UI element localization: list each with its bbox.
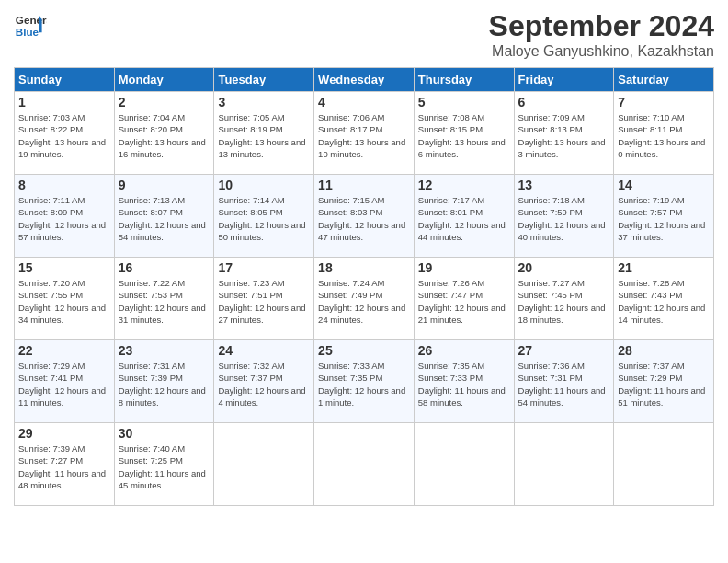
day-info: Sunrise: 7:23 AMSunset: 7:51 PMDaylight:…: [218, 277, 310, 326]
day-info: Sunrise: 7:05 AMSunset: 8:19 PMDaylight:…: [218, 111, 310, 160]
day-info: Sunrise: 7:40 AMSunset: 7:25 PMDaylight:…: [119, 442, 210, 491]
calendar-cell: 3 Sunrise: 7:05 AMSunset: 8:19 PMDayligh…: [214, 92, 314, 175]
page-title: September 2024: [489, 9, 714, 43]
header-tuesday: Tuesday: [214, 68, 314, 92]
day-number: 4: [318, 95, 410, 109]
day-number: 1: [18, 95, 110, 109]
calendar-cell: [214, 423, 314, 506]
calendar-cell: 24 Sunrise: 7:32 AMSunset: 7:37 PMDaylig…: [214, 340, 314, 423]
svg-text:Blue: Blue: [16, 26, 40, 38]
day-info: Sunrise: 7:19 AMSunset: 7:57 PMDaylight:…: [618, 194, 710, 243]
day-info: Sunrise: 7:37 AMSunset: 7:29 PMDaylight:…: [618, 360, 710, 408]
day-number: 24: [218, 343, 310, 358]
calendar-week-3: 15 Sunrise: 7:20 AMSunset: 7:55 PMDaylig…: [15, 258, 714, 340]
day-number: 22: [18, 343, 110, 358]
header-sunday: Sunday: [15, 68, 115, 92]
calendar-cell: 15 Sunrise: 7:20 AMSunset: 7:55 PMDaylig…: [15, 258, 115, 340]
calendar-cell: 25 Sunrise: 7:33 AMSunset: 7:35 PMDaylig…: [314, 340, 415, 423]
calendar-cell: 2 Sunrise: 7:04 AMSunset: 8:20 PMDayligh…: [114, 92, 214, 175]
day-number: 19: [418, 260, 510, 275]
day-info: Sunrise: 7:20 AMSunset: 7:55 PMDaylight:…: [18, 277, 110, 326]
calendar-cell: 8 Sunrise: 7:11 AMSunset: 8:09 PMDayligh…: [15, 175, 115, 258]
calendar-cell: 12 Sunrise: 7:17 AMSunset: 8:01 PMDaylig…: [414, 175, 514, 258]
header-wednesday: Wednesday: [314, 68, 415, 92]
day-number: 18: [318, 260, 410, 275]
day-info: Sunrise: 7:36 AMSunset: 7:31 PMDaylight:…: [518, 360, 610, 408]
day-info: Sunrise: 7:08 AMSunset: 8:15 PMDaylight:…: [418, 111, 510, 160]
day-info: Sunrise: 7:17 AMSunset: 8:01 PMDaylight:…: [418, 194, 510, 243]
day-number: 13: [518, 178, 610, 192]
day-number: 15: [18, 260, 110, 275]
calendar-cell: 19 Sunrise: 7:26 AMSunset: 7:47 PMDaylig…: [414, 258, 514, 340]
day-number: 5: [418, 95, 510, 109]
day-number: 14: [618, 178, 710, 192]
day-number: 8: [18, 178, 110, 192]
day-info: Sunrise: 7:10 AMSunset: 8:11 PMDaylight:…: [618, 111, 710, 160]
day-info: Sunrise: 7:09 AMSunset: 8:13 PMDaylight:…: [518, 111, 610, 160]
calendar-cell: 27 Sunrise: 7:36 AMSunset: 7:31 PMDaylig…: [514, 340, 614, 423]
calendar-cell: 16 Sunrise: 7:22 AMSunset: 7:53 PMDaylig…: [114, 258, 214, 340]
day-number: 21: [618, 260, 710, 275]
calendar-cell: 20 Sunrise: 7:27 AMSunset: 7:45 PMDaylig…: [514, 258, 614, 340]
calendar-cell: 6 Sunrise: 7:09 AMSunset: 8:13 PMDayligh…: [514, 92, 614, 175]
day-info: Sunrise: 7:35 AMSunset: 7:33 PMDaylight:…: [418, 360, 510, 408]
day-number: 28: [618, 343, 710, 358]
calendar-cell: 5 Sunrise: 7:08 AMSunset: 8:15 PMDayligh…: [414, 92, 514, 175]
day-number: 7: [618, 95, 710, 109]
calendar-cell: 30 Sunrise: 7:40 AMSunset: 7:25 PMDaylig…: [114, 423, 214, 506]
calendar-cell: [414, 423, 514, 506]
day-info: Sunrise: 7:22 AMSunset: 7:53 PMDaylight:…: [119, 277, 210, 326]
calendar-week-1: 1 Sunrise: 7:03 AMSunset: 8:22 PMDayligh…: [15, 92, 714, 175]
header-saturday: Saturday: [614, 68, 714, 92]
calendar-cell: [514, 423, 614, 506]
calendar-cell: 9 Sunrise: 7:13 AMSunset: 8:07 PMDayligh…: [114, 175, 214, 258]
calendar-cell: 1 Sunrise: 7:03 AMSunset: 8:22 PMDayligh…: [15, 92, 115, 175]
calendar-cell: 4 Sunrise: 7:06 AMSunset: 8:17 PMDayligh…: [314, 92, 415, 175]
calendar-cell: 11 Sunrise: 7:15 AMSunset: 8:03 PMDaylig…: [314, 175, 415, 258]
calendar-cell: 21 Sunrise: 7:28 AMSunset: 7:43 PMDaylig…: [614, 258, 714, 340]
day-number: 10: [218, 178, 310, 192]
day-number: 2: [119, 95, 210, 109]
day-info: Sunrise: 7:15 AMSunset: 8:03 PMDaylight:…: [318, 194, 410, 243]
calendar-week-2: 8 Sunrise: 7:11 AMSunset: 8:09 PMDayligh…: [15, 175, 714, 258]
day-number: 30: [119, 426, 210, 441]
title-section: September 2024 Maloye Ganyushkino, Kazak…: [489, 9, 714, 60]
day-number: 23: [119, 343, 210, 358]
day-number: 20: [518, 260, 610, 275]
day-info: Sunrise: 7:24 AMSunset: 7:49 PMDaylight:…: [318, 277, 410, 326]
day-number: 29: [18, 426, 110, 441]
day-number: 11: [318, 178, 410, 192]
day-number: 17: [218, 260, 310, 275]
calendar-cell: 22 Sunrise: 7:29 AMSunset: 7:41 PMDaylig…: [15, 340, 115, 423]
day-number: 12: [418, 178, 510, 192]
calendar-cell: 23 Sunrise: 7:31 AMSunset: 7:39 PMDaylig…: [114, 340, 214, 423]
day-number: 25: [318, 343, 410, 358]
day-info: Sunrise: 7:13 AMSunset: 8:07 PMDaylight:…: [119, 194, 210, 243]
calendar-cell: [314, 423, 415, 506]
day-info: Sunrise: 7:27 AMSunset: 7:45 PMDaylight:…: [518, 277, 610, 326]
header-thursday: Thursday: [414, 68, 514, 92]
day-info: Sunrise: 7:31 AMSunset: 7:39 PMDaylight:…: [119, 360, 210, 408]
day-info: Sunrise: 7:33 AMSunset: 7:35 PMDaylight:…: [318, 360, 410, 408]
day-info: Sunrise: 7:32 AMSunset: 7:37 PMDaylight:…: [218, 360, 310, 408]
day-number: 16: [119, 260, 210, 275]
calendar-week-5: 29 Sunrise: 7:39 AMSunset: 7:27 PMDaylig…: [15, 423, 714, 506]
calendar-cell: 7 Sunrise: 7:10 AMSunset: 8:11 PMDayligh…: [614, 92, 714, 175]
day-info: Sunrise: 7:04 AMSunset: 8:20 PMDaylight:…: [119, 111, 210, 160]
logo: General Blue: [14, 9, 47, 42]
page-subtitle: Maloye Ganyushkino, Kazakhstan: [489, 43, 714, 60]
day-info: Sunrise: 7:28 AMSunset: 7:43 PMDaylight:…: [618, 277, 710, 326]
calendar-week-4: 22 Sunrise: 7:29 AMSunset: 7:41 PMDaylig…: [15, 340, 714, 423]
day-info: Sunrise: 7:06 AMSunset: 8:17 PMDaylight:…: [318, 111, 410, 160]
calendar-table: Sunday Monday Tuesday Wednesday Thursday…: [14, 67, 714, 506]
day-number: 9: [119, 178, 210, 192]
calendar-cell: 17 Sunrise: 7:23 AMSunset: 7:51 PMDaylig…: [214, 258, 314, 340]
day-info: Sunrise: 7:26 AMSunset: 7:47 PMDaylight:…: [418, 277, 510, 326]
day-number: 3: [218, 95, 310, 109]
calendar-cell: 28 Sunrise: 7:37 AMSunset: 7:29 PMDaylig…: [614, 340, 714, 423]
day-number: 26: [418, 343, 510, 358]
day-number: 6: [518, 95, 610, 109]
day-info: Sunrise: 7:14 AMSunset: 8:05 PMDaylight:…: [218, 194, 310, 243]
header-friday: Friday: [514, 68, 614, 92]
calendar-cell: 18 Sunrise: 7:24 AMSunset: 7:49 PMDaylig…: [314, 258, 415, 340]
